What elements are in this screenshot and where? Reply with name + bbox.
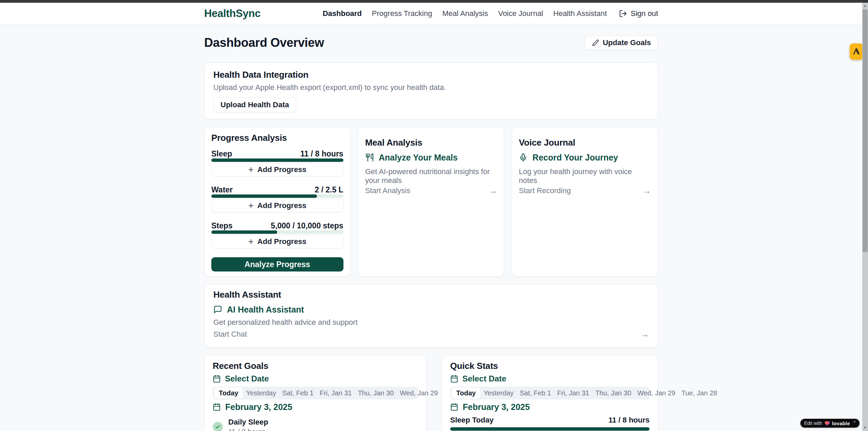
progress-analysis-card: Progress Analysis Sleep 11 / 8 hours + A… xyxy=(204,127,351,277)
chat-bubble-icon xyxy=(213,305,222,314)
selected-date[interactable]: February 3, 2025 xyxy=(450,402,650,412)
scroll-down-arrow[interactable]: ▼ xyxy=(862,425,868,430)
voice-journal-title: Voice Journal xyxy=(519,137,651,148)
sign-out-button[interactable]: Sign out xyxy=(619,9,658,18)
tab-yesterday[interactable]: Yesterday xyxy=(480,388,516,399)
health-assistant-description: Get personalized health advice and suppo… xyxy=(213,318,649,327)
quick-stats-title: Quick Stats xyxy=(450,361,650,371)
health-data-integration-card: Health Data Integration Upload your Appl… xyxy=(204,62,658,119)
scrollbar-thumb[interactable] xyxy=(863,10,868,252)
select-date-button[interactable]: Select Date xyxy=(213,374,418,384)
tab-fri-jan-31[interactable]: Fri, Jan 31 xyxy=(554,388,592,399)
nav-voice-journal[interactable]: Voice Journal xyxy=(498,9,543,18)
stat-label: Sleep Today xyxy=(450,416,494,425)
page-title: Dashboard Overview xyxy=(204,36,324,50)
plus-icon: + xyxy=(248,202,254,209)
metric-sleep: Sleep 11 / 8 hours + Add Progress xyxy=(211,149,343,176)
microphone-icon xyxy=(519,153,528,162)
tab-sat-feb-1[interactable]: Sat, Feb 1 xyxy=(517,388,554,399)
start-chat-action[interactable]: Start Chat → xyxy=(213,330,649,339)
voice-journal-description: Log your health journey with voice notes xyxy=(519,167,651,185)
log-out-icon xyxy=(619,10,627,18)
metric-steps: Steps 5,000 / 10,000 steps + Add Progres… xyxy=(211,221,343,248)
integration-title: Health Data Integration xyxy=(213,70,649,80)
calendar-icon xyxy=(213,375,221,383)
stat-value: 11 / 8 hours xyxy=(608,416,650,425)
quick-stats-card: Quick Stats Select Date Today Yesterday … xyxy=(442,355,658,431)
select-date-button[interactable]: Select Date xyxy=(450,374,650,384)
scroll-up-arrow[interactable]: ▲ xyxy=(862,3,868,8)
tab-yesterday[interactable]: Yesterday xyxy=(243,388,279,399)
recent-goals-card: Recent Goals Select Date Today Yesterday… xyxy=(204,355,427,431)
tab-today[interactable]: Today xyxy=(451,388,480,399)
nav-dashboard[interactable]: Dashboard xyxy=(323,9,362,18)
health-assistant-card: Health Assistant AI Health Assistant Get… xyxy=(204,284,658,348)
analyze-your-meals-link[interactable]: Analyze Your Meals xyxy=(365,152,497,163)
nav-health-assistant[interactable]: Health Assistant xyxy=(553,9,607,18)
add-water-progress-button[interactable]: + Add Progress xyxy=(211,199,343,212)
integration-description: Upload your Apple Health export (export.… xyxy=(213,83,649,92)
browser-top-strip xyxy=(0,0,868,3)
assistant-launcher-button[interactable] xyxy=(850,43,863,60)
metric-label: Sleep xyxy=(211,149,232,158)
plus-icon: + xyxy=(248,166,254,173)
analyze-progress-button[interactable]: Analyze Progress xyxy=(211,257,343,271)
steps-progress-bar xyxy=(211,230,343,234)
selected-date[interactable]: February 3, 2025 xyxy=(213,402,418,412)
badge-brand: lovable xyxy=(832,420,850,426)
tab-wed-jan-29[interactable]: Wed, Jan 29 xyxy=(397,388,441,399)
gradient-heart-icon xyxy=(824,420,830,426)
upload-health-data-button[interactable]: Upload Health Data xyxy=(213,97,296,112)
main-content: Dashboard Overview Update Goals Health D… xyxy=(204,35,658,431)
meal-analysis-title: Meal Analysis xyxy=(365,137,497,148)
arrow-right-icon: → xyxy=(641,330,649,339)
ai-health-assistant-link[interactable]: AI Health Assistant xyxy=(213,304,649,315)
start-analysis-action[interactable]: Start Analysis → xyxy=(365,186,497,195)
arrow-right-icon: → xyxy=(489,186,497,195)
page-scrollbar[interactable]: ▲ ▼ xyxy=(862,0,868,431)
bottom-row: Recent Goals Select Date Today Yesterday… xyxy=(204,355,658,431)
utensils-icon xyxy=(365,153,374,162)
tab-thu-jan-30[interactable]: Thu, Jan 30 xyxy=(592,388,634,399)
feature-row: Progress Analysis Sleep 11 / 8 hours + A… xyxy=(204,127,658,277)
nav-progress-tracking[interactable]: Progress Tracking xyxy=(372,9,432,18)
pencil-icon xyxy=(592,39,599,46)
metric-label: Water xyxy=(211,185,233,194)
sleep-today-row: Sleep Today 11 / 8 hours xyxy=(450,416,650,425)
tab-wed-jan-29[interactable]: Wed, Jan 29 xyxy=(634,388,678,399)
scrollbar-top-strip xyxy=(862,0,868,3)
update-goals-button[interactable]: Update Goals xyxy=(585,36,658,50)
add-steps-progress-button[interactable]: + Add Progress xyxy=(211,235,343,248)
tab-thu-jan-30[interactable]: Thu, Jan 30 xyxy=(355,388,397,399)
metric-value: 5,000 / 10,000 steps xyxy=(271,221,343,230)
check-circle-icon xyxy=(213,422,223,431)
date-tabs: Today Yesterday Sat, Feb 1 Fri, Jan 31 T… xyxy=(213,387,418,399)
arrow-right-icon: → xyxy=(643,186,651,195)
calendar-icon xyxy=(213,403,221,411)
tab-tue-jan-28[interactable]: Tue, Jan 28 xyxy=(678,388,720,399)
calendar-icon xyxy=(450,375,458,383)
meal-analysis-description: Get AI-powered nutritional insights for … xyxy=(365,167,497,185)
meal-analysis-card: Meal Analysis Analyze Your Meals Get AI-… xyxy=(358,127,504,277)
calendar-icon xyxy=(450,403,458,411)
tab-today[interactable]: Today xyxy=(214,388,243,399)
edit-with-lovable-badge[interactable]: Edit with lovable × xyxy=(800,419,860,428)
tab-sat-feb-1[interactable]: Sat, Feb 1 xyxy=(279,388,317,399)
metric-value: 11 / 8 hours xyxy=(300,149,343,158)
metric-value: 2 / 2.5 L xyxy=(315,185,343,194)
record-your-journey-link[interactable]: Record Your Journey xyxy=(519,152,651,163)
tab-fri-jan-31[interactable]: Fri, Jan 31 xyxy=(317,388,355,399)
app-header: HealthSync Dashboard Progress Tracking M… xyxy=(0,3,868,24)
badge-close-icon[interactable]: × xyxy=(853,419,856,424)
metric-label: Steps xyxy=(211,221,233,230)
app-logo: HealthSync xyxy=(204,7,261,20)
add-sleep-progress-button[interactable]: + Add Progress xyxy=(211,163,343,176)
anthropic-logo-icon xyxy=(852,47,861,56)
sleep-progress-bar xyxy=(211,158,343,162)
nav-meal-analysis[interactable]: Meal Analysis xyxy=(442,9,488,18)
start-recording-action[interactable]: Start Recording → xyxy=(519,186,651,195)
sleep-today-progress-bar xyxy=(450,427,650,431)
goal-value: 11 / 8 hours xyxy=(228,427,268,431)
plus-icon: + xyxy=(248,238,254,245)
progress-analysis-title: Progress Analysis xyxy=(211,133,343,143)
